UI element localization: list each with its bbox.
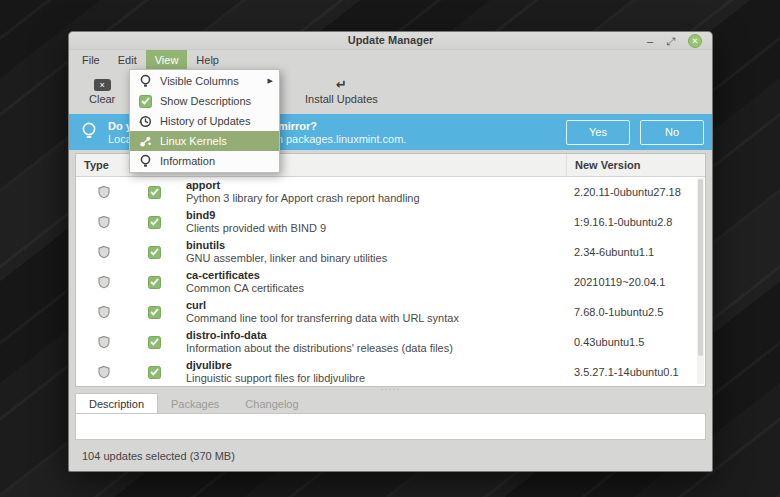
package-cell: binutils GNU assembler, linker and binar… <box>176 239 566 265</box>
menu-item-label: Show Descriptions <box>160 95 273 107</box>
checkbox-checked-icon <box>148 336 161 349</box>
column-header-new-version[interactable]: New Version <box>566 154 697 176</box>
table-scrollbar[interactable] <box>697 178 704 384</box>
security-shield-icon <box>76 275 132 289</box>
minimize-button[interactable]: – <box>647 34 653 49</box>
row-checkbox[interactable] <box>132 336 176 349</box>
table-row[interactable]: curl Command line tool for transferring … <box>76 297 705 327</box>
package-new-version: 0.43ubuntu1.5 <box>566 336 697 348</box>
package-new-version: 20210119~20.04.1 <box>566 276 697 288</box>
package-name: djvulibre <box>186 359 566 372</box>
menu-item-history-of-updates[interactable]: History of Updates <box>130 111 279 131</box>
security-shield-icon <box>76 335 132 349</box>
menu-item-linux-kernels[interactable]: Linux Kernels <box>130 131 279 151</box>
pin-icon <box>138 74 152 88</box>
yes-button[interactable]: Yes <box>566 120 630 145</box>
tab-description[interactable]: Description <box>75 393 158 413</box>
checkbox-checked-icon <box>148 366 161 379</box>
menu-item-label: History of Updates <box>160 115 273 127</box>
view-menu-dropdown: Visible Columns ▶ Show Descriptions Hist… <box>129 69 280 173</box>
row-checkbox[interactable] <box>132 306 176 319</box>
security-shield-icon <box>76 305 132 319</box>
package-name: binutils <box>186 239 566 252</box>
tab-packages[interactable]: Packages <box>158 395 232 413</box>
submenu-arrow-icon: ▶ <box>268 77 273 85</box>
status-text: 104 updates selected (370 MB) <box>82 450 235 462</box>
package-description: Clients provided with BIND 9 <box>186 222 566 235</box>
close-button[interactable]: × <box>688 34 702 48</box>
package-description: Command line tool for transferring data … <box>186 312 566 325</box>
statusbar: 104 updates selected (370 MB) <box>75 440 706 471</box>
table-row[interactable]: djvulibre Linguistic support files for l… <box>76 357 705 387</box>
menu-item-visible-columns[interactable]: Visible Columns ▶ <box>130 71 279 91</box>
row-checkbox[interactable] <box>132 216 176 229</box>
package-description: GNU assembler, linker and binary utiliti… <box>186 252 566 265</box>
column-header-type[interactable]: Type <box>76 159 132 171</box>
updates-table: Type New Version apport Python 3 li <box>75 153 706 387</box>
clear-button[interactable]: × Clear <box>77 71 127 112</box>
menu-item-information[interactable]: Information <box>130 151 279 171</box>
checkbox-checked-icon <box>148 186 161 199</box>
package-description: Information about the distributions' rel… <box>186 342 566 355</box>
row-checkbox[interactable] <box>132 186 176 199</box>
checkbox-checked-icon <box>138 95 152 108</box>
package-new-version: 3.5.27.1-14ubuntu0.1 <box>566 366 697 378</box>
menu-view[interactable]: View <box>146 50 188 69</box>
checkbox-checked-icon <box>148 246 161 259</box>
package-new-version: 2.34-6ubuntu1.1 <box>566 246 697 258</box>
table-row[interactable]: ca-certificates Common CA certificates 2… <box>76 267 705 297</box>
checkbox-checked-icon <box>148 306 161 319</box>
package-cell: bind9 Clients provided with BIND 9 <box>176 209 566 235</box>
package-name: ca-certificates <box>186 269 566 282</box>
security-shield-icon <box>76 365 132 379</box>
description-panel <box>75 413 706 440</box>
restore-button[interactable]: ⤢ <box>666 34 675 49</box>
tab-changelog[interactable]: Changelog <box>232 395 311 413</box>
package-new-version: 7.68.0-1ubuntu2.5 <box>566 306 697 318</box>
security-shield-icon <box>76 185 132 199</box>
package-cell: ca-certificates Common CA certificates <box>176 269 566 295</box>
scrollbar-thumb[interactable] <box>698 179 703 356</box>
detail-tabs: Description Packages Changelog <box>75 393 706 413</box>
history-icon <box>138 115 152 128</box>
menu-file[interactable]: File <box>73 50 109 69</box>
row-checkbox[interactable] <box>132 366 176 379</box>
menu-item-label: Linux Kernels <box>160 135 273 147</box>
main-content: Type New Version apport Python 3 li <box>69 150 712 471</box>
checkbox-checked-icon <box>148 216 161 229</box>
pin-icon <box>138 154 152 168</box>
package-name: apport <box>186 179 566 192</box>
package-description: Linguistic support files for libdjvulibr… <box>186 372 566 385</box>
security-shield-icon <box>76 215 132 229</box>
menu-item-show-descriptions[interactable]: Show Descriptions <box>130 91 279 111</box>
menu-help[interactable]: Help <box>187 50 228 69</box>
clear-button-label: Clear <box>89 93 115 105</box>
desktop-background: Update Manager – ⤢ × File Edit View Help… <box>0 0 780 497</box>
table-row[interactable]: apport Python 3 library for Apport crash… <box>76 177 705 207</box>
security-shield-icon <box>76 245 132 259</box>
checkbox-checked-icon <box>148 276 161 289</box>
table-row[interactable]: bind9 Clients provided with BIND 9 1:9.1… <box>76 207 705 237</box>
no-button[interactable]: No <box>640 120 704 145</box>
install-button-label: Install Updates <box>305 93 378 105</box>
menu-item-label: Information <box>160 155 273 167</box>
package-name: distro-info-data <box>186 329 566 342</box>
install-icon: ↵ <box>336 78 347 91</box>
package-cell: curl Command line tool for transferring … <box>176 299 566 325</box>
lightbulb-icon <box>81 121 97 143</box>
kernels-icon <box>138 135 152 148</box>
menu-edit[interactable]: Edit <box>109 50 146 69</box>
row-checkbox[interactable] <box>132 276 176 289</box>
window-title: Update Manager <box>69 34 712 46</box>
titlebar-buttons: – ⤢ × <box>647 33 702 49</box>
table-row[interactable]: distro-info-data Information about the d… <box>76 327 705 357</box>
menu-item-label: Visible Columns <box>160 75 268 87</box>
titlebar[interactable]: Update Manager – ⤢ × <box>69 32 712 50</box>
table-row[interactable]: binutils GNU assembler, linker and binar… <box>76 237 705 267</box>
install-updates-button[interactable]: ↵ Install Updates <box>293 71 390 112</box>
menubar: File Edit View Help <box>69 50 712 69</box>
package-cell: apport Python 3 library for Apport crash… <box>176 179 566 205</box>
package-name: bind9 <box>186 209 566 222</box>
row-checkbox[interactable] <box>132 246 176 259</box>
clear-icon: × <box>94 79 111 91</box>
